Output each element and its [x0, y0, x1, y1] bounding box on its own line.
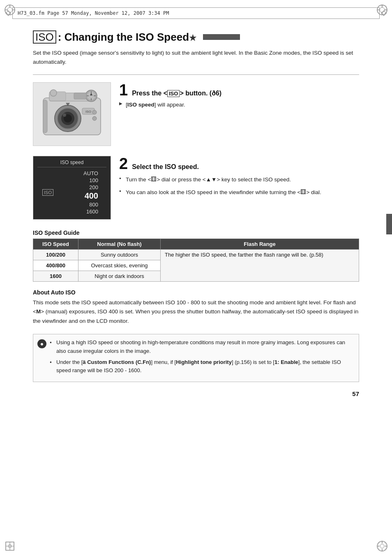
bookmark-tab: [386, 214, 392, 234]
step-2-number: 2: [119, 156, 128, 171]
section-divider: [33, 74, 359, 75]
table-cell-iso-2: 400/800: [33, 260, 78, 271]
header-bar: H73_03.fm Page 57 Monday, November 12, 2…: [12, 7, 380, 19]
step-2-title: Select the ISO speed.: [132, 163, 199, 171]
iso-speed-guide-section: ISO Speed Guide ISO Speed Normal (No fla…: [33, 229, 359, 282]
step-1-image: ISO: [33, 82, 111, 146]
iso-speed-table: ISO Speed Normal (No flash) Flash Range …: [33, 239, 359, 282]
table-header-row: ISO Speed Normal (No flash) Flash Range: [33, 239, 359, 250]
table-cell-iso-3: 1600: [33, 271, 78, 282]
step-1-number: 1: [119, 82, 128, 98]
step-1-row: ISO 1: [33, 82, 359, 146]
page-heading: : Changing the ISO Speed★: [58, 31, 196, 44]
note-item-2: Under the [ä Custom Functions (C.Fn)] me…: [50, 358, 353, 375]
header-file-info: H73_03.fm Page 57 Monday, November 12, 2…: [18, 10, 169, 16]
auto-iso-body: This mode sets the ISO speed automatical…: [33, 298, 359, 326]
iso-option-auto: AUTO: [37, 170, 98, 177]
auto-iso-title: About Auto ISO: [33, 289, 359, 296]
corner-decoration-br: [376, 540, 388, 552]
step-2-image: ISO speed ISO AUTO 100 200 400 800 1600: [33, 156, 111, 220]
table-cell-normal-2: Overcast skies, evening: [78, 260, 161, 271]
svg-rect-47: [74, 93, 86, 99]
table-cell-flash-range: The higher the ISO speed, the farther th…: [161, 250, 359, 282]
title-decorative-bar: [203, 34, 240, 40]
table-header-iso-speed: ISO Speed: [33, 239, 78, 250]
iso-menu-title: ISO speed: [37, 160, 106, 167]
step-2-row: ISO speed ISO AUTO 100 200 400 800 1600 …: [33, 156, 359, 220]
svg-text:ISO: ISO: [85, 110, 91, 114]
table-section-title: ISO Speed Guide: [33, 229, 359, 236]
step-2-bullet-2: You can also look at the ISO speed in th…: [119, 187, 359, 197]
step-2-bullet-1: Turn the <⚅> dial or press the <▲▼> key …: [119, 174, 359, 185]
step-1-body: [ISO speed] will appear.: [119, 100, 359, 109]
svg-point-48: [92, 110, 97, 114]
step-1-content: 1 Press the <ISO> button. (ð6) [ISO spee…: [119, 82, 359, 111]
svg-point-50: [50, 90, 57, 96]
table-cell-normal-1: Sunny outdoors: [78, 250, 161, 260]
table-header-normal: Normal (No flash): [78, 239, 161, 250]
table-header-flash-range: Flash Range: [161, 239, 359, 250]
step-1-bullet: [ISO speed] will appear.: [119, 100, 359, 109]
page-content: ISO : Changing the ISO Speed★ Set the IS…: [33, 30, 359, 405]
step-1-title: Press the <ISO> button. (ð6): [132, 90, 221, 97]
table-cell-iso-1: 100/200: [33, 250, 78, 260]
intro-text: Set the ISO speed (image sensor's sensit…: [33, 49, 359, 66]
note-icon: ●: [37, 339, 46, 348]
step-2-content: 2 Select the ISO speed. Turn the <⚅> dia…: [119, 156, 359, 199]
iso-icon: ISO: [33, 30, 56, 44]
step-1-header: 1 Press the <ISO> button. (ð6): [119, 82, 359, 98]
step-2-header: 2 Select the ISO speed.: [119, 156, 359, 171]
table-cell-normal-3: Night or dark indoors: [78, 271, 161, 282]
svg-point-37: [63, 114, 66, 117]
table-row: 100/200 Sunny outdoors The higher the IS…: [33, 250, 359, 260]
note-box: ● Using a high ISO speed or shooting in …: [33, 334, 359, 382]
corner-decoration-bl: [4, 540, 16, 552]
step-2-body: Turn the <⚅> dial or press the <▲▼> key …: [119, 174, 359, 197]
camera-photo: ISO: [33, 82, 111, 146]
note-item-1: Using a high ISO speed or shooting in hi…: [50, 338, 353, 356]
svg-point-16: [380, 544, 384, 548]
auto-iso-section: About Auto ISO This mode sets the ISO sp…: [33, 289, 359, 326]
iso-marker: ISO: [42, 189, 53, 196]
page-number: 57: [33, 390, 359, 405]
svg-point-49: [92, 116, 97, 120]
note-list: Using a high ISO speed or shooting in hi…: [50, 338, 353, 375]
iso-option-100: 100: [37, 177, 98, 184]
iso-option-800: 800: [37, 201, 98, 208]
svg-rect-51: [43, 100, 47, 133]
iso-menu-display: ISO speed ISO AUTO 100 200 400 800 1600: [33, 156, 111, 220]
iso-option-1600: 1600: [37, 208, 98, 215]
page-title-section: ISO : Changing the ISO Speed★: [33, 30, 359, 44]
